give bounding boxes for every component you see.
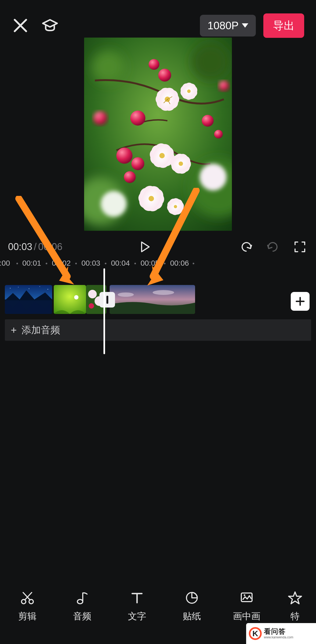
close-icon	[12, 17, 29, 34]
svg-point-12	[214, 130, 223, 138]
total-time: 00:06	[38, 241, 62, 253]
undo-icon	[240, 240, 253, 253]
tool-text-label: 文字	[128, 610, 146, 623]
tool-audio[interactable]: 音频	[55, 590, 110, 623]
tool-effect-label: 特	[290, 610, 300, 623]
add-clip-button[interactable]	[291, 292, 310, 311]
svg-point-53	[174, 205, 177, 208]
close-button[interactable]	[12, 17, 29, 34]
graduation-cap-icon	[41, 17, 59, 34]
svg-point-70	[118, 292, 134, 297]
tool-pip[interactable]: 画中画	[219, 590, 274, 623]
ruler-dot	[16, 263, 18, 264]
clip-2[interactable]	[54, 285, 86, 314]
watermark-subtitle: www.kanwenda.com	[264, 635, 293, 639]
timeline-ruler[interactable]: 0:0000:0100:0200:0300:0400:0500:06	[0, 259, 316, 271]
ruler-tick: 00:03	[81, 259, 100, 268]
watermark-title: 看问答	[264, 628, 293, 635]
svg-point-5	[149, 59, 159, 70]
export-button[interactable]: 导出	[263, 13, 304, 38]
ruler-tick: 00:04	[111, 259, 130, 268]
svg-point-62	[48, 289, 48, 290]
svg-point-64	[74, 295, 78, 299]
svg-point-14	[218, 80, 229, 91]
svg-point-59	[18, 287, 19, 287]
svg-point-10	[124, 171, 136, 183]
svg-point-13	[93, 111, 107, 125]
svg-point-61	[40, 286, 40, 287]
tool-pip-label: 画中画	[233, 610, 260, 623]
tool-audio-label: 音频	[73, 610, 91, 623]
note-icon	[75, 590, 90, 605]
svg-point-54	[200, 164, 227, 191]
scissors-icon	[20, 590, 35, 605]
fullscreen-button[interactable]	[292, 239, 308, 255]
svg-point-74	[77, 599, 83, 604]
watermark-logo-icon: K	[249, 627, 262, 640]
playhead[interactable]	[103, 268, 105, 354]
svg-point-35	[159, 153, 165, 158]
clip-4[interactable]	[110, 285, 195, 314]
svg-point-2	[192, 43, 229, 80]
text-icon	[130, 590, 145, 605]
star-icon	[288, 590, 303, 605]
transition-button[interactable]	[99, 292, 115, 308]
svg-point-47	[149, 196, 154, 201]
tool-edit[interactable]: 剪辑	[0, 590, 55, 623]
ruler-dot	[46, 263, 47, 264]
ruler-dot	[105, 263, 106, 264]
plus-icon	[295, 296, 306, 307]
svg-point-6	[158, 69, 171, 82]
ruler-dot	[193, 263, 194, 264]
clip-1[interactable]	[5, 285, 52, 314]
add-audio-label: 添加音频	[21, 324, 60, 337]
chevron-down-icon	[242, 23, 248, 28]
tool-sticker-label: 贴纸	[183, 610, 201, 623]
pip-icon	[239, 590, 254, 605]
play-button[interactable]	[137, 239, 153, 255]
redo-icon	[267, 240, 279, 253]
tool-edit-label: 剪辑	[18, 610, 37, 623]
redo-button[interactable]	[265, 239, 281, 255]
play-icon	[138, 240, 151, 253]
ruler-dot	[75, 263, 77, 264]
svg-point-71	[153, 290, 174, 295]
tool-effect[interactable]: 特	[274, 590, 316, 623]
ruler-tick: 00:05	[141, 259, 159, 268]
svg-point-9	[131, 157, 144, 170]
svg-point-41	[179, 162, 183, 166]
export-label: 导出	[273, 20, 295, 31]
svg-point-77	[244, 594, 245, 596]
resolution-label: 1080P	[207, 20, 239, 32]
watermark: K 看问答 www.kanwenda.com	[246, 623, 316, 644]
svg-point-7	[130, 111, 145, 126]
tool-text[interactable]: 文字	[110, 590, 164, 623]
time-separator: /	[34, 241, 37, 253]
video-preview[interactable]	[84, 38, 232, 231]
svg-point-29	[187, 90, 191, 93]
resolution-selector[interactable]: 1080P	[200, 15, 256, 36]
tool-sticker[interactable]: 贴纸	[164, 590, 219, 623]
svg-point-8	[116, 148, 132, 164]
sticker-icon	[184, 590, 199, 605]
timeline[interactable]	[0, 285, 316, 317]
ruler-tick: 00:02	[52, 259, 71, 268]
svg-point-66	[88, 290, 97, 298]
svg-point-1	[92, 51, 124, 83]
fullscreen-icon	[293, 240, 306, 253]
ruler-dot	[134, 263, 136, 264]
current-time: 00:03	[8, 241, 32, 253]
svg-point-60	[29, 288, 29, 289]
tutorial-button[interactable]	[41, 17, 59, 34]
svg-point-55	[101, 191, 127, 217]
ruler-tick: 0:00	[0, 259, 10, 268]
plus-icon: +	[11, 325, 17, 335]
ruler-tick: 00:06	[170, 259, 189, 268]
ruler-tick: 00:01	[22, 259, 41, 268]
add-audio-track[interactable]: + 添加音频	[5, 319, 311, 341]
undo-button[interactable]	[238, 239, 254, 255]
ruler-dot	[164, 263, 166, 264]
transition-icon	[106, 296, 108, 304]
svg-point-58	[10, 288, 10, 288]
svg-point-11	[202, 115, 214, 127]
